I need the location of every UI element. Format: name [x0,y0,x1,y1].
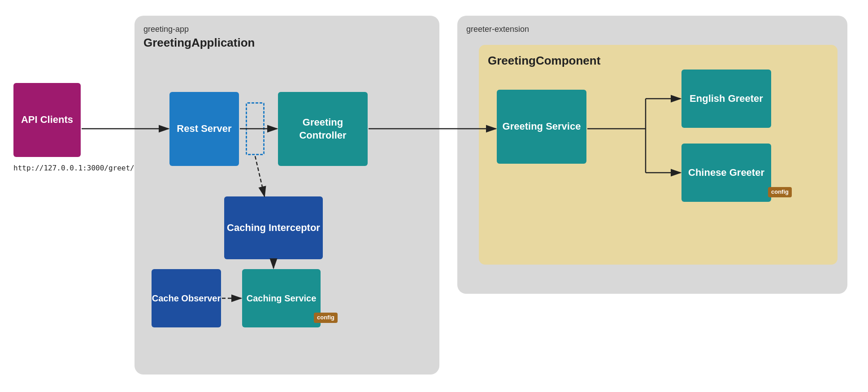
cache-observer-box: Cache Observer [152,269,221,327]
caching-service-wrapper: Caching Service config [242,269,321,327]
greeting-controller-box: Greeting Controller [278,92,368,166]
english-greeter-label: English Greeter [690,92,763,105]
chinese-greeter-wrapper: Chinese Greeter config [681,144,771,202]
caching-service-label: Caching Service [247,292,317,304]
greeting-component-large-label: GreetingComponent [488,54,829,68]
greeting-controller-label: Greeting Controller [278,116,368,142]
greeting-app-small-label: greeting-app [143,25,430,34]
chinese-greeter-box: Chinese Greeter config [681,144,771,202]
chinese-greeter-config-badge: config [768,187,792,197]
cache-observer-label: Cache Observer [152,292,221,304]
caching-service-config-badge: config [314,313,338,323]
rest-server-box: Rest Server [169,92,239,166]
greeting-service-label: Greeting Service [503,120,581,133]
api-clients-label: API Clients [21,113,73,126]
rest-server-label: Rest Server [177,122,231,135]
chinese-greeter-label: Chinese Greeter [688,166,764,179]
greeting-app-large-label: GreetingApplication [143,36,430,50]
greeter-extension-small-label: greeter-extension [466,25,838,34]
diagram-container: API Clients http://127.0.0.1:3000/greet/… [0,0,868,392]
interceptor-placeholder [246,102,265,155]
caching-interceptor-box: Caching Interceptor [224,196,323,259]
caching-service-box: Caching Service config [242,269,321,327]
greeting-service-box: Greeting Service [497,90,586,164]
caching-interceptor-label: Caching Interceptor [227,222,320,235]
english-greeter-box: English Greeter [681,70,771,128]
api-clients-box: API Clients [13,83,81,157]
